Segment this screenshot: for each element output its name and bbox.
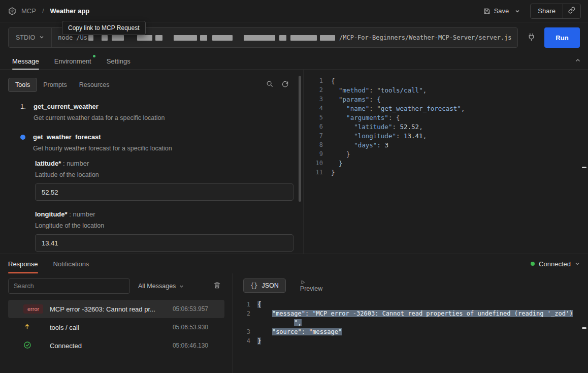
message-row-error[interactable]: error MCP error -32603: Cannot read pr..…	[8, 300, 224, 318]
message-panel: Tools Prompts Resources 1.	[0, 70, 588, 254]
connection-status[interactable]: Connected	[531, 254, 580, 273]
breadcrumb-workspace[interactable]: MCP	[21, 7, 36, 15]
response-json-code: 1{2 "message": "MCP error -32603: Cannot…	[243, 300, 588, 346]
field-name: latitude	[35, 160, 58, 167]
share-button-group: Share	[530, 4, 581, 19]
search-icon	[266, 80, 274, 89]
message-list: error MCP error -32603: Cannot read pr..…	[8, 300, 224, 355]
tool-item-get-current-weather[interactable]: 1. get_current_weather Get current weath…	[20, 102, 292, 122]
copy-link-button[interactable]	[563, 4, 580, 18]
subtab-resources[interactable]: Resources	[73, 78, 116, 92]
tooltip-copy-link: Copy link to MCP Request	[62, 21, 146, 35]
run-button[interactable]: Run	[544, 27, 580, 48]
braces-icon: {}	[250, 282, 257, 289]
subtab-prompts[interactable]: Prompts	[37, 78, 73, 92]
link-icon	[568, 7, 575, 15]
plug-icon	[527, 33, 536, 43]
latitude-input[interactable]	[35, 183, 293, 201]
refresh-icon	[281, 80, 289, 89]
share-button[interactable]: Share	[531, 4, 563, 18]
longitude-input[interactable]	[35, 234, 293, 252]
tool-description: Get hourly weather forecast for a specif…	[33, 144, 292, 153]
response-json-viewer[interactable]: 1{2 "message": "MCP error -32603: Cannot…	[243, 300, 588, 346]
breadcrumb-separator: /	[42, 7, 44, 15]
collapse-panel-button[interactable]	[575, 53, 581, 69]
message-time: 05:06:53.957	[173, 305, 208, 313]
play-icon	[300, 279, 322, 285]
message-row-connected[interactable]: Connected 05:06:46.130	[8, 336, 224, 355]
refresh-tools-button[interactable]	[277, 78, 292, 92]
tool-list: 1. get_current_weather Get current weath…	[8, 102, 292, 254]
scrollbar-thumb[interactable]	[299, 76, 301, 202]
tool-arguments-form: latitude* : number Latitude of the locat…	[35, 159, 292, 252]
tool-name: get_current_weather	[34, 102, 165, 111]
message-row-tools-call[interactable]: tools / call 05:06:53.930	[8, 318, 224, 336]
request-json-editor[interactable]: 1{2 "method": "tools/call",3 "params": {…	[304, 70, 588, 254]
tool-item-get-weather-forecast[interactable]: get_weather_forecast Get hourly weather …	[20, 133, 292, 254]
field-type: : number	[61, 160, 89, 167]
tab-notifications[interactable]: Notifications	[53, 254, 89, 273]
tools-pane-scrollbar[interactable]	[297, 70, 303, 254]
message-text: Connected	[50, 342, 167, 350]
message-filter-dropdown[interactable]: All Messages	[138, 283, 184, 290]
response-body: All Messages error MCP error -3	[0, 273, 588, 373]
field-type: : number	[68, 210, 95, 218]
search-input[interactable]	[8, 278, 130, 294]
connected-dot	[531, 262, 535, 266]
save-options-button[interactable]	[513, 4, 522, 19]
trash-icon	[213, 282, 221, 291]
message-time: 05:06:53.930	[173, 324, 208, 331]
messages-column: All Messages error MCP error -3	[0, 273, 233, 373]
message-text: tools / call	[50, 324, 167, 331]
header: MCP / Weather app Save Share	[0, 0, 588, 22]
tab-environment[interactable]: Environment	[54, 53, 91, 69]
field-name: longitude	[35, 210, 65, 218]
tool-description: Get current weather data for a specific …	[34, 114, 165, 122]
check-circle-icon	[23, 341, 31, 351]
app-window: MCP / Weather app Save Share	[0, 0, 588, 373]
view-preview-button[interactable]: Preview	[294, 278, 329, 293]
resize-grip-bottom[interactable]	[582, 327, 586, 329]
field-latitude: latitude* : number Latitude of the locat…	[35, 159, 292, 201]
tool-index: 1.	[20, 102, 28, 122]
response-tabs: Response Notifications Connected	[0, 254, 588, 273]
clear-messages-button[interactable]	[209, 279, 224, 293]
connection-status-label: Connected	[539, 260, 571, 268]
selected-tool-radio	[20, 135, 25, 140]
subtab-tools[interactable]: Tools	[8, 78, 37, 92]
response-view-toggle: {} JSON Preview	[243, 278, 588, 293]
tab-message[interactable]: Message	[12, 53, 39, 69]
tab-response[interactable]: Response	[8, 254, 38, 273]
response-panel: Response Notifications Connected All Mes…	[0, 254, 588, 373]
save-label: Save	[494, 7, 509, 15]
tools-subtabs: Tools Prompts Resources	[8, 78, 292, 92]
field-longitude: longitude* : number Longitude of the loc…	[35, 210, 292, 252]
tools-pane: Tools Prompts Resources 1.	[0, 70, 297, 254]
chevron-down-icon	[575, 261, 580, 266]
mcp-logo-icon	[8, 7, 16, 15]
message-text: MCP error -32603: Cannot read pr...	[50, 305, 167, 313]
request-json-code: 1{2 "method": "tools/call",3 "params": {…	[308, 76, 582, 177]
field-hint: Longitude of the location	[35, 222, 292, 230]
connection-settings-button[interactable]	[522, 27, 540, 48]
save-button[interactable]: Save	[479, 4, 513, 19]
error-badge: error	[23, 304, 43, 314]
resize-grip-top[interactable]	[582, 167, 586, 168]
breadcrumb-request-name[interactable]: Weather app	[50, 7, 90, 15]
messages-toolbar: All Messages	[8, 278, 224, 294]
command-prefix: node /Us	[58, 34, 87, 41]
upload-arrow-icon	[23, 323, 31, 332]
redacted-segments	[88, 35, 336, 41]
chevron-down-icon	[179, 284, 184, 289]
main-tabs: Message Environment Settings	[0, 53, 588, 70]
tab-settings[interactable]: Settings	[107, 53, 130, 69]
view-json-button[interactable]: {} JSON	[243, 278, 286, 293]
search-tools-button[interactable]	[262, 78, 277, 92]
chevron-down-icon	[515, 9, 520, 14]
environment-active-dot	[93, 55, 95, 57]
save-icon	[483, 8, 491, 15]
transport-select[interactable]: STDIO	[9, 28, 52, 47]
transport-label: STDIO	[16, 34, 35, 41]
command-suffix: /MCP-For-Beginners/Weather-MCP-Server/se…	[339, 34, 512, 41]
field-hint: Latitude of the location	[35, 171, 292, 179]
